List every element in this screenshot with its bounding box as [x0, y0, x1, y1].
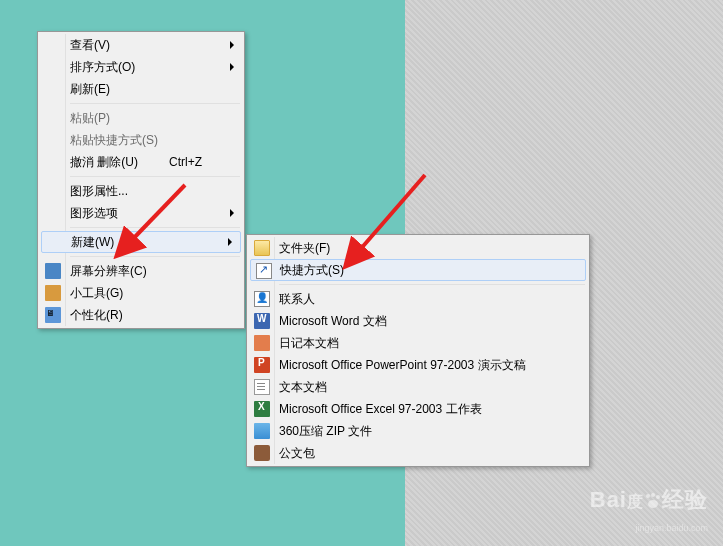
menu-undo[interactable]: 撤消 删除(U) Ctrl+Z — [40, 151, 242, 173]
paw-icon — [644, 492, 662, 510]
menu-graphics-props-label: 图形属性... — [70, 183, 222, 200]
text-icon — [254, 379, 270, 395]
chevron-right-icon — [230, 209, 234, 217]
menu-screen-res-label: 屏幕分辨率(C) — [70, 263, 222, 280]
menu-undo-shortcut: Ctrl+Z — [169, 155, 202, 169]
submenu-excel[interactable]: Microsoft Office Excel 97-2003 工作表 — [249, 398, 587, 420]
menu-separator — [279, 284, 585, 285]
menu-graphics-props[interactable]: 图形属性... — [40, 180, 242, 202]
menu-paste-label: 粘贴(P) — [70, 110, 222, 127]
menu-personalize[interactable]: 个性化(R) — [40, 304, 242, 326]
submenu-diary[interactable]: 日记本文档 — [249, 332, 587, 354]
submenu-zip[interactable]: 360压缩 ZIP 文件 — [249, 420, 587, 442]
menu-new-label: 新建(W) — [71, 234, 220, 251]
menu-graphics-options-label: 图形选项 — [70, 205, 222, 222]
submenu-folder-label: 文件夹(F) — [279, 240, 567, 257]
zip-icon — [254, 423, 270, 439]
watermark: Bai度经验 jingyan.baidu.com — [590, 488, 708, 536]
submenu-briefcase[interactable]: 公文包 — [249, 442, 587, 464]
menu-view[interactable]: 查看(V) — [40, 34, 242, 56]
submenu-word[interactable]: Microsoft Word 文档 — [249, 310, 587, 332]
watermark-brand: Bai度经验 — [590, 487, 708, 512]
menu-separator — [70, 176, 240, 177]
menu-graphics-options[interactable]: 图形选项 — [40, 202, 242, 224]
menu-refresh[interactable]: 刷新(E) — [40, 78, 242, 100]
shortcut-icon — [256, 263, 272, 279]
submenu-zip-label: 360压缩 ZIP 文件 — [279, 423, 567, 440]
submenu-text[interactable]: 文本文档 — [249, 376, 587, 398]
screen-resolution-icon — [45, 263, 61, 279]
submenu-shortcut-label: 快捷方式(S) — [280, 262, 565, 279]
menu-view-label: 查看(V) — [70, 37, 222, 54]
menu-personalize-label: 个性化(R) — [70, 307, 222, 324]
menu-sort-label: 排序方式(O) — [70, 59, 222, 76]
desktop-context-menu: 查看(V) 排序方式(O) 刷新(E) 粘贴(P) 粘贴快捷方式(S) 撤消 删… — [37, 31, 245, 329]
menu-separator — [70, 256, 240, 257]
submenu-ppt[interactable]: Microsoft Office PowerPoint 97-2003 演示文稿 — [249, 354, 587, 376]
submenu-contact[interactable]: 联系人 — [249, 288, 587, 310]
personalize-icon — [45, 307, 61, 323]
diary-icon — [254, 335, 270, 351]
powerpoint-icon — [254, 357, 270, 373]
menu-separator — [70, 227, 240, 228]
submenu-text-label: 文本文档 — [279, 379, 567, 396]
menu-paste: 粘贴(P) — [40, 107, 242, 129]
menu-sort[interactable]: 排序方式(O) — [40, 56, 242, 78]
submenu-contact-label: 联系人 — [279, 291, 567, 308]
watermark-url: jingyan.baidu.com — [635, 523, 708, 533]
menu-new[interactable]: 新建(W) — [41, 231, 241, 253]
menu-paste-shortcut: 粘贴快捷方式(S) — [40, 129, 242, 151]
menu-paste-shortcut-label: 粘贴快捷方式(S) — [70, 132, 222, 149]
briefcase-icon — [254, 445, 270, 461]
submenu-diary-label: 日记本文档 — [279, 335, 567, 352]
word-icon — [254, 313, 270, 329]
chevron-right-icon — [230, 63, 234, 71]
submenu-word-label: Microsoft Word 文档 — [279, 313, 567, 330]
menu-gadgets-label: 小工具(G) — [70, 285, 222, 302]
folder-icon — [254, 240, 270, 256]
menu-screen-resolution[interactable]: 屏幕分辨率(C) — [40, 260, 242, 282]
submenu-folder[interactable]: 文件夹(F) — [249, 237, 587, 259]
submenu-briefcase-label: 公文包 — [279, 445, 567, 462]
menu-gadgets[interactable]: 小工具(G) — [40, 282, 242, 304]
menu-refresh-label: 刷新(E) — [70, 81, 222, 98]
chevron-right-icon — [228, 238, 232, 246]
gadgets-icon — [45, 285, 61, 301]
contact-icon — [254, 291, 270, 307]
chevron-right-icon — [230, 41, 234, 49]
menu-separator — [70, 103, 240, 104]
excel-icon — [254, 401, 270, 417]
submenu-shortcut[interactable]: 快捷方式(S) — [250, 259, 586, 281]
new-submenu: 文件夹(F) 快捷方式(S) 联系人 Microsoft Word 文档 日记本… — [246, 234, 590, 467]
submenu-excel-label: Microsoft Office Excel 97-2003 工作表 — [279, 401, 567, 418]
submenu-ppt-label: Microsoft Office PowerPoint 97-2003 演示文稿 — [279, 357, 567, 374]
